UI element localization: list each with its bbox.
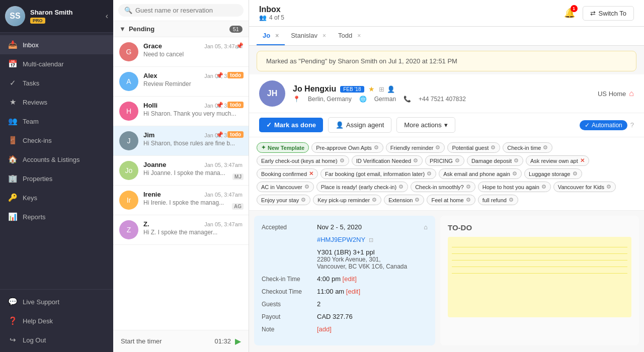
- gear-icon[interactable]: ⚙: [466, 184, 471, 190]
- tab-close-jo[interactable]: ×: [275, 32, 279, 39]
- sidebar-item-reviews[interactable]: ★ Reviews: [0, 93, 113, 112]
- switch-to-button[interactable]: ⇄ Switch To: [583, 6, 634, 21]
- gear-icon[interactable]: ⚙: [374, 144, 379, 151]
- sidebar-label-check-ins: Check-ins: [23, 137, 52, 144]
- template-chip-feel-at-home[interactable]: Feel at home⚙: [427, 195, 475, 205]
- template-chip-vancouver-kids[interactable]: Vancouver for Kids⚙: [553, 182, 616, 192]
- conversation-item-z[interactable]: Z Z. Jan 05, 3:47am Hi Z. I spoke the ma…: [113, 215, 249, 245]
- sidebar-item-keys[interactable]: 🔑 Keys: [0, 188, 113, 207]
- sidebar-item-team[interactable]: 👥 Team: [0, 112, 113, 131]
- gear-icon[interactable]: ⚙: [573, 170, 578, 177]
- gear-icon[interactable]: ⚙: [413, 157, 418, 164]
- sidebar-item-live-support[interactable]: 💬 Live Support: [0, 292, 113, 311]
- gear-icon[interactable]: ⚙: [541, 184, 546, 190]
- sidebar-item-tasks[interactable]: ✓ Tasks: [0, 73, 113, 93]
- gear-icon[interactable]: ⚙: [543, 144, 548, 151]
- checkout-edit-button[interactable]: [edit]: [346, 288, 360, 295]
- template-chip-extension[interactable]: Extension⚙: [384, 195, 424, 205]
- template-chip-new-template[interactable]: ✦New Template: [257, 142, 309, 153]
- template-chip-damage-deposit[interactable]: Damage deposit⚙: [467, 155, 523, 166]
- template-chip-early-checkout[interactable]: Early check-out (keys at home)⚙: [257, 155, 349, 166]
- gear-icon[interactable]: ⚙: [512, 170, 517, 177]
- remove-icon[interactable]: ✕: [580, 157, 585, 164]
- todo-line: [452, 273, 627, 274]
- timer-play-button[interactable]: ▶: [235, 336, 241, 346]
- gear-icon[interactable]: ⚙: [435, 144, 440, 151]
- remove-icon[interactable]: ✕: [309, 170, 313, 177]
- gear-icon[interactable]: ⚙: [304, 184, 309, 190]
- template-chip-hope-to-host[interactable]: Hope to host you again⚙: [478, 182, 551, 192]
- todo-note[interactable]: [448, 237, 631, 317]
- notification-bell[interactable]: 🔔 1: [564, 8, 575, 19]
- gear-icon[interactable]: ⚙: [427, 170, 432, 177]
- gear-icon[interactable]: ⚙: [398, 184, 404, 190]
- gear-icon[interactable]: ⚙: [415, 197, 420, 203]
- template-label: Feel at home: [431, 197, 463, 203]
- tab-stanislav[interactable]: Stanislav ×: [285, 27, 332, 45]
- sidebar-item-reports[interactable]: 📊 Reports: [0, 207, 113, 226]
- template-chip-ask-email-phone[interactable]: Ask email and phone again⚙: [439, 168, 522, 179]
- template-chip-check-in-time[interactable]: Check-in time⚙: [503, 142, 552, 153]
- template-chip-pricing[interactable]: PRICING⚙: [425, 155, 464, 166]
- template-chip-luggage-storage[interactable]: Luggage storage⚙: [524, 168, 582, 179]
- search-input[interactable]: [135, 7, 237, 14]
- gear-icon[interactable]: ⚙: [606, 184, 611, 190]
- conversation-item-joanne[interactable]: Jo Joanne Jan 05, 3:47am Hi Joanne. I sp…: [113, 156, 249, 186]
- collapse-icon[interactable]: ‹: [106, 12, 108, 21]
- pending-header[interactable]: ▼ Pending 51: [113, 21, 249, 37]
- conversation-item-holli[interactable]: H Holli Jan 05, 3:47am Hi Sharon. Thank …: [113, 97, 249, 126]
- sidebar-item-help-desk[interactable]: ❓ Help Desk: [0, 311, 113, 330]
- start-timer-button[interactable]: Start the timer: [121, 337, 214, 345]
- conversation-item-jim[interactable]: J Jim Jan 05, 3:47am Hi Sharon, those ru…: [113, 126, 249, 156]
- sidebar-item-inbox[interactable]: 📥 Inbox: [0, 35, 113, 54]
- template-chip-key-pickup[interactable]: Key pick-up reminder⚙: [313, 195, 381, 205]
- template-chip-ac-vancouver[interactable]: AC in Vancouver⚙: [257, 182, 314, 192]
- team-icon: 👥: [8, 117, 18, 126]
- res-note-row: Note [add]: [262, 325, 428, 333]
- template-chip-id-verification[interactable]: ID Verification Needed⚙: [352, 155, 423, 166]
- tab-close-todd[interactable]: ×: [357, 32, 361, 39]
- gear-icon[interactable]: ⚙: [340, 157, 345, 164]
- template-chip-potential-guest[interactable]: Potential guest⚙: [447, 142, 500, 153]
- mark-done-button[interactable]: ✓ Mark as done: [259, 118, 323, 132]
- sidebar-item-log-out[interactable]: ↪ Log Out: [0, 330, 113, 349]
- search-wrapper[interactable]: 🔍: [118, 4, 244, 17]
- sidebar-item-properties[interactable]: 🏢 Properties: [0, 169, 113, 188]
- template-chip-booking-confirmed[interactable]: Booking confirmed✕: [257, 168, 318, 179]
- gear-icon[interactable]: ⚙: [514, 157, 519, 164]
- gear-icon[interactable]: ⚙: [372, 197, 377, 203]
- sidebar-item-multi-calendar[interactable]: 📅 Multi-calendar: [0, 54, 113, 73]
- template-chip-enjoy-stay[interactable]: Enjoy your stay⚙: [257, 195, 310, 205]
- conversation-item-irene[interactable]: Ir Irenie Jan 05, 3:47am Hi Irenie. I sp…: [113, 186, 249, 215]
- template-chip-friendly-reminder[interactable]: Friendly reminder⚙: [386, 142, 445, 153]
- automation-help-icon[interactable]: ?: [630, 121, 634, 129]
- conv-body-joanne: Joanne Jan 05, 3:47am Hi Joanne. I spoke…: [143, 161, 243, 177]
- gear-icon[interactable]: ⚙: [301, 197, 306, 203]
- conversation-item-alex[interactable]: A Alex Jan 05, 3:47am Review Reminder to…: [113, 67, 249, 97]
- inbox-info: Inbox 👥 4 of 5: [259, 5, 284, 21]
- sidebar-item-accounts-listings[interactable]: 🏠 Accounts & Listings: [0, 150, 113, 169]
- airbnb-icon: ⌂: [629, 89, 634, 98]
- res-status-label: Accepted: [262, 223, 317, 231]
- gear-icon[interactable]: ⚙: [466, 197, 471, 203]
- template-chip-place-ready[interactable]: Place is ready! (early check-in)⚙: [316, 182, 408, 192]
- checkin-edit-button[interactable]: [edit]: [343, 275, 357, 283]
- template-chip-pre-approve[interactable]: Pre-approve Own Apts⚙: [311, 142, 383, 153]
- template-chip-ask-review[interactable]: Ask review own apt✕: [526, 155, 589, 166]
- tab-jo[interactable]: Jo ×: [257, 27, 285, 45]
- automation-on[interactable]: ✓ Automation: [580, 120, 627, 130]
- copy-icon[interactable]: ⊡: [369, 237, 373, 243]
- conversation-item-grace[interactable]: G Grace Jan 05, 3:47am Need to cancel 📌: [113, 37, 249, 67]
- template-chip-check-in-smoothly[interactable]: Check-in smoothly?⚙: [411, 182, 475, 192]
- template-chip-full-refund[interactable]: full refund⚙: [478, 195, 518, 205]
- gear-icon[interactable]: ⚙: [509, 197, 514, 203]
- tab-close-stanislav[interactable]: ×: [323, 32, 326, 39]
- assign-agent-button[interactable]: 👤 Assign agent: [328, 117, 391, 133]
- sidebar-item-check-ins[interactable]: 🚪 Check-ins: [0, 131, 113, 150]
- template-chip-far-booking[interactable]: Far booking (got email, information late…: [320, 168, 436, 179]
- gear-icon[interactable]: ⚙: [491, 144, 496, 151]
- note-add-button[interactable]: [add]: [317, 325, 332, 333]
- more-actions-button[interactable]: More actions ▾: [396, 117, 455, 133]
- tab-todd[interactable]: Todd ×: [332, 27, 367, 45]
- gear-icon[interactable]: ⚙: [455, 157, 460, 164]
